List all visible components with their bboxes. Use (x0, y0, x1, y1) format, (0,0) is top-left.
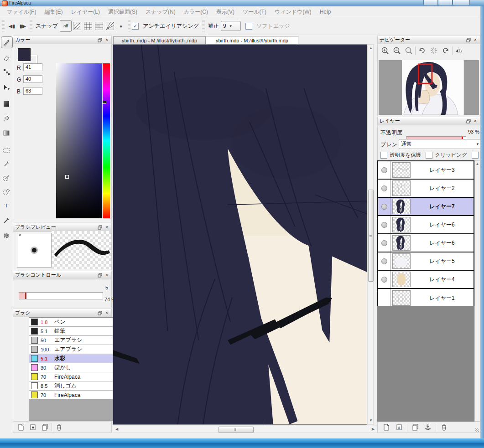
new-brush-icon[interactable] (16, 422, 26, 432)
float-panel-icon[interactable] (466, 37, 471, 43)
zoom-reset-icon[interactable] (403, 45, 414, 56)
prev-canvas-button[interactable]: ◀▮ (6, 21, 17, 31)
visibility-cell[interactable] (378, 234, 390, 252)
text-tool-button[interactable]: T (1, 200, 12, 211)
visibility-cell[interactable] (378, 252, 390, 270)
visibility-cell[interactable] (378, 198, 390, 215)
visible-icon[interactable] (381, 258, 387, 264)
bucket-tool-button[interactable] (1, 113, 12, 124)
menu-window[interactable]: ウィンドウ(W) (271, 6, 316, 17)
foreground-color-swatch[interactable] (18, 48, 31, 61)
horizontal-scroll-thumb[interactable] (219, 427, 254, 433)
clipping-checkbox[interactable] (426, 152, 432, 159)
move-tool-button[interactable] (1, 82, 12, 93)
close-button[interactable] (453, 0, 470, 6)
visibility-cell[interactable] (378, 216, 390, 233)
blend-select[interactable]: 通常 ▼ (399, 139, 482, 149)
menu-color[interactable]: カラー(C) (180, 6, 212, 17)
close-panel-icon[interactable]: × (473, 118, 478, 124)
maximize-button[interactable] (438, 0, 453, 6)
menu-tool[interactable]: ツール(T) (239, 6, 271, 17)
visible-icon[interactable] (381, 185, 387, 191)
edit-brush-icon[interactable] (28, 422, 38, 432)
flip-horizontal-icon[interactable] (453, 45, 464, 56)
brush-item[interactable]: 8.5 消しゴム (29, 381, 118, 391)
menu-layer[interactable]: レイヤー(L) (67, 6, 104, 17)
navigator-thumbnail[interactable] (379, 60, 479, 115)
float-panel-icon[interactable] (97, 37, 103, 43)
brush-item[interactable]: 70 FireAlpaca (29, 391, 118, 400)
menu-edit[interactable]: 編集(E) (40, 6, 67, 17)
layer-row[interactable]: レイヤー5 (378, 252, 474, 271)
visibility-cell[interactable] (378, 180, 390, 197)
layer-row[interactable]: レイヤー4 (378, 271, 474, 289)
snap-parallel-icon[interactable] (72, 21, 83, 31)
layer-row[interactable]: レイヤー6 (378, 216, 474, 234)
brush-item[interactable]: 1.8 ペン (29, 318, 118, 327)
visible-icon[interactable] (381, 277, 387, 283)
vertical-scroll-thumb[interactable] (368, 190, 374, 282)
brush-item[interactable]: 70 FireAlpaca (29, 372, 118, 381)
select-eraser-tool-button[interactable] (1, 186, 12, 197)
layer-list-scrollbar[interactable]: ▲ (474, 160, 480, 422)
brush-item[interactable]: 5.1 鉛筆 (29, 327, 118, 336)
float-panel-icon[interactable] (97, 273, 103, 278)
blue-field[interactable]: 63 (23, 87, 42, 95)
snap-radial-icon[interactable] (104, 21, 115, 31)
zoom-in-icon[interactable] (380, 45, 390, 56)
canvas-tab-1[interactable]: ybirth..mdp - M:/illust/I/ybirth..mdp (113, 36, 206, 45)
lock-checkbox[interactable] (472, 152, 479, 159)
gradient-tool-button[interactable] (1, 128, 12, 139)
saturation-value-picker[interactable] (56, 63, 102, 218)
scroll-left-icon[interactable]: ◀ (114, 426, 120, 433)
select-rect-tool-button[interactable] (1, 145, 12, 156)
close-panel-icon[interactable]: × (104, 37, 109, 43)
protect-alpha-checkbox[interactable] (380, 152, 387, 159)
duplicate-brush-icon[interactable] (40, 422, 50, 432)
delete-layer-icon[interactable] (439, 422, 449, 433)
snap-off-button[interactable]: off (60, 20, 72, 32)
float-panel-icon[interactable] (97, 225, 103, 230)
brush-item[interactable]: 30 ぼかし (29, 363, 118, 372)
canvas-vertical-scrollbar[interactable]: ▲ ▼ (367, 44, 374, 425)
canvas-horizontal-scrollbar[interactable]: ◀ ▶ (113, 426, 377, 433)
snap-horizontal-icon[interactable] (94, 21, 104, 31)
visible-icon[interactable] (381, 222, 387, 228)
toolbar-grip[interactable] (2, 20, 5, 32)
layer-row[interactable]: レイヤー2 (378, 180, 474, 198)
select-pen-tool-button[interactable] (1, 172, 12, 183)
red-field[interactable]: 41 (23, 63, 42, 71)
close-panel-icon[interactable]: × (104, 225, 109, 230)
snap-dot-icon[interactable]: ● (115, 21, 126, 31)
correction-select[interactable]: 9 ▼ (221, 21, 241, 31)
visible-icon[interactable] (381, 204, 387, 210)
scroll-right-icon[interactable]: ▶ (370, 426, 376, 433)
brush-item[interactable]: 50 エアブラシ (29, 336, 118, 345)
close-panel-icon[interactable]: × (104, 310, 109, 316)
shade-tool-button[interactable] (1, 98, 12, 109)
close-panel-icon[interactable]: × (473, 37, 478, 43)
layer-row[interactable]: レイヤー6 (378, 234, 474, 252)
visible-icon[interactable] (381, 240, 387, 246)
visibility-cell[interactable] (378, 271, 390, 288)
visibility-cell[interactable] (378, 161, 390, 179)
rotate-left-icon[interactable] (416, 45, 427, 56)
float-panel-icon[interactable] (97, 310, 103, 316)
green-field[interactable]: 40 (23, 75, 42, 83)
delete-brush-icon[interactable] (54, 422, 64, 432)
menu-select[interactable]: 選択範囲(S) (104, 6, 141, 17)
pen-tool-button[interactable] (1, 36, 13, 48)
scatter-tool-button[interactable] (1, 67, 12, 77)
scroll-down-icon[interactable]: ▼ (368, 417, 374, 424)
layer-row-selected[interactable]: レイヤー7 (378, 198, 474, 216)
drawing-canvas[interactable] (113, 44, 367, 425)
magic-wand-tool-button[interactable] (1, 159, 12, 170)
canvas-tab-2-active[interactable]: ybirth.mdp - M:/illust/I/ybirth.mdp (206, 36, 298, 45)
snap-grid-icon[interactable] (83, 21, 94, 31)
rotate-reset-icon[interactable] (428, 45, 439, 56)
eraser-tool-button[interactable] (1, 53, 12, 64)
menu-snap[interactable]: スナップ(N) (141, 6, 180, 17)
close-panel-icon[interactable]: × (104, 273, 109, 278)
merge-down-icon[interactable] (423, 422, 433, 433)
brush-item-selected[interactable]: 5.1 水彩 (29, 354, 118, 363)
